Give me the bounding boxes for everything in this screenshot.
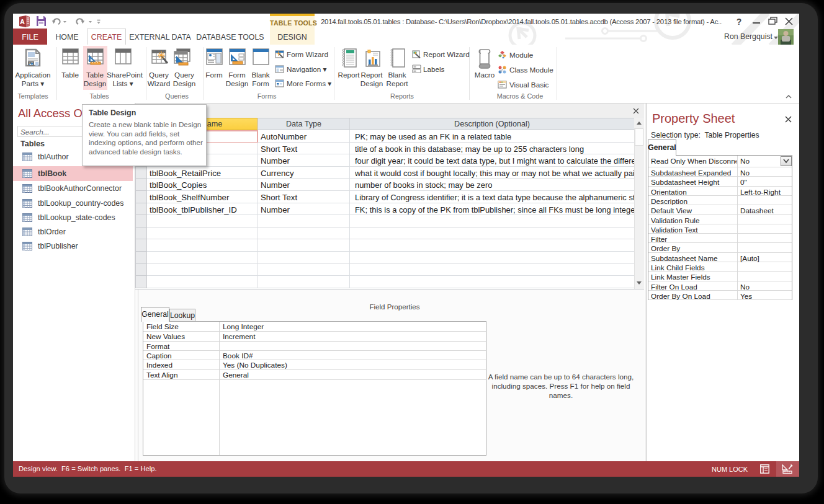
svg-text:A: A [20,18,25,25]
